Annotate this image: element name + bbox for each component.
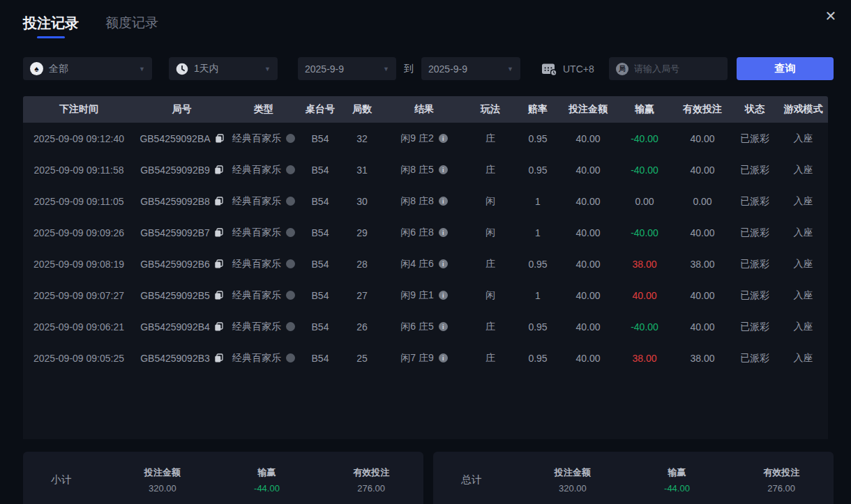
cell-play: 庄 [466, 352, 515, 365]
copy-icon[interactable] [214, 259, 223, 268]
table-row[interactable]: 2025-09-09 09:09:26 GB54259092B7 经典百家乐 B… [23, 217, 828, 248]
info-icon[interactable] [439, 259, 448, 268]
bets-table: 下注时间局号类型桌台号局数结果玩法赔率投注金额输赢有效投注状态游戏模式 2025… [23, 96, 828, 439]
cell-table-no: B54 [299, 290, 342, 301]
tab-quota-records[interactable]: 额度记录 [105, 14, 158, 38]
cell-valid-bet: 40.00 [674, 321, 731, 333]
info-icon[interactable] [439, 197, 448, 206]
copy-icon[interactable] [215, 134, 224, 143]
info-icon[interactable] [439, 291, 448, 300]
table-row[interactable]: 2025-09-09 09:11:05 GB54259092B8 经典百家乐 B… [23, 185, 828, 217]
result-text: 闲6 庄5 [400, 321, 433, 333]
cell-bet-time: 2025-09-09 09:12:40 [23, 133, 135, 144]
table-row[interactable]: 2025-09-09 09:05:25 GB54259092B3 经典百家乐 B… [23, 342, 828, 374]
table-body: 2025-09-09 09:12:40 GB54259092BA 经典百家乐 B… [23, 123, 828, 439]
cell-mode: 入座 [778, 195, 828, 208]
info-icon[interactable] [439, 165, 448, 174]
cell-status: 已派彩 [731, 195, 778, 208]
tab-betting-records[interactable]: 投注记录 [23, 14, 79, 38]
round-number-input[interactable] [634, 63, 721, 74]
cell-status: 已派彩 [731, 321, 778, 333]
cell-valid-bet: 40.00 [674, 290, 731, 301]
game-badge-icon [286, 165, 295, 174]
stat-value: 320.00 [520, 483, 625, 494]
copy-icon[interactable] [214, 322, 223, 331]
query-button[interactable]: 查询 [737, 57, 834, 80]
stat-label: 有效投注 [319, 466, 423, 479]
stat-label: 投注金额 [110, 466, 215, 479]
game-type-text: 经典百家乐 [232, 321, 281, 333]
cell-status: 已派彩 [731, 227, 778, 239]
info-icon[interactable] [439, 322, 448, 331]
table-row[interactable]: 2025-09-09 09:07:27 GB54259092B5 经典百家乐 B… [23, 280, 828, 311]
close-icon[interactable] [820, 6, 841, 26]
cell-round-no: 29 [342, 227, 382, 238]
cell-round-id: GB54259092B6 [135, 259, 229, 270]
copy-icon[interactable] [214, 228, 223, 237]
copy-icon[interactable] [214, 353, 223, 362]
cell-result: 闲6 庄8 [382, 227, 466, 239]
cell-status: 已派彩 [731, 352, 778, 365]
cell-status: 已派彩 [731, 132, 778, 145]
cell-bet-amount: 40.00 [561, 353, 615, 364]
cell-table-no: B54 [299, 133, 342, 144]
table-header-row: 下注时间局号类型桌台号局数结果玩法赔率投注金额输赢有效投注状态游戏模式 [23, 96, 828, 123]
cell-round-id: GB54259092B9 [135, 165, 229, 176]
chevron-down-icon [507, 66, 513, 72]
cell-mode: 入座 [778, 352, 828, 365]
cell-odds: 0.95 [515, 133, 561, 144]
result-text: 闲8 庄5 [400, 164, 433, 176]
table-row[interactable]: 2025-09-09 09:08:19 GB54259092B6 经典百家乐 B… [23, 248, 828, 280]
cell-valid-bet: 40.00 [674, 133, 731, 144]
date-from-dropdown[interactable]: 2025-9-9 [298, 57, 396, 80]
date-to-dropdown[interactable]: 2025-9-9 [421, 57, 520, 80]
result-text: 闲9 庄1 [400, 289, 433, 302]
result-text: 闲9 庄2 [400, 132, 433, 145]
cell-bet-amount: 40.00 [561, 227, 615, 238]
cell-result: 闲9 庄2 [382, 132, 466, 145]
cell-valid-bet: 38.00 [674, 353, 731, 364]
cell-play: 闲 [466, 289, 515, 302]
table-row[interactable]: 2025-09-09 09:12:40 GB54259092BA 经典百家乐 B… [23, 123, 828, 154]
calendar-clock-icon[interactable] [541, 62, 557, 76]
stat-label: 有效投注 [729, 466, 834, 479]
table-row[interactable]: 2025-09-09 09:06:21 GB54259092B4 经典百家乐 B… [23, 311, 828, 342]
time-range-dropdown[interactable]: 1天内 [169, 57, 278, 80]
copy-icon[interactable] [214, 197, 223, 206]
table-row[interactable]: 2025-09-09 09:11:58 GB54259092B9 经典百家乐 B… [23, 154, 828, 185]
cell-winloss: 38.00 [615, 259, 674, 270]
info-icon[interactable] [439, 134, 448, 143]
cell-bet-time: 2025-09-09 09:08:19 [23, 259, 135, 270]
cell-game-type: 经典百家乐 [229, 132, 299, 145]
table-header-cell: 下注时间 [23, 103, 135, 116]
timezone-label: UTC+8 [563, 63, 594, 75]
date-from-value: 2025-9-9 [305, 63, 344, 75]
table-header-cell: 状态 [731, 103, 778, 116]
game-type-dropdown[interactable]: 全部 [23, 57, 152, 80]
subtotal-label: 小计 [51, 473, 110, 487]
subtotal-bet-amount: 投注金额 320.00 [110, 466, 215, 494]
table-header-cell: 结果 [382, 103, 466, 116]
cell-table-no: B54 [299, 353, 342, 364]
tab-bar: 投注记录 额度记录 [23, 14, 158, 38]
game-type-text: 经典百家乐 [232, 164, 281, 176]
game-type-value: 全部 [49, 63, 68, 75]
cell-round-id: GB54259092B7 [135, 227, 229, 238]
stat-value: 276.00 [729, 483, 834, 494]
cell-odds: 0.95 [515, 321, 561, 333]
cell-valid-bet: 0.00 [674, 196, 731, 207]
copy-icon[interactable] [214, 291, 223, 300]
cell-winloss: -40.00 [615, 227, 674, 238]
cell-bet-amount: 40.00 [561, 290, 615, 301]
copy-icon[interactable] [214, 165, 223, 174]
round-id-text: GB54259092B9 [140, 165, 210, 176]
round-id-text: GB54259092B7 [140, 227, 210, 238]
table-header-cell: 输赢 [615, 103, 674, 116]
cell-winloss: 38.00 [615, 353, 674, 364]
cell-play: 庄 [466, 258, 515, 270]
info-icon[interactable] [439, 228, 448, 237]
round-number-field[interactable] [609, 57, 728, 80]
cell-odds: 0.95 [515, 165, 561, 176]
info-icon[interactable] [439, 353, 448, 362]
cell-play: 闲 [466, 227, 515, 239]
